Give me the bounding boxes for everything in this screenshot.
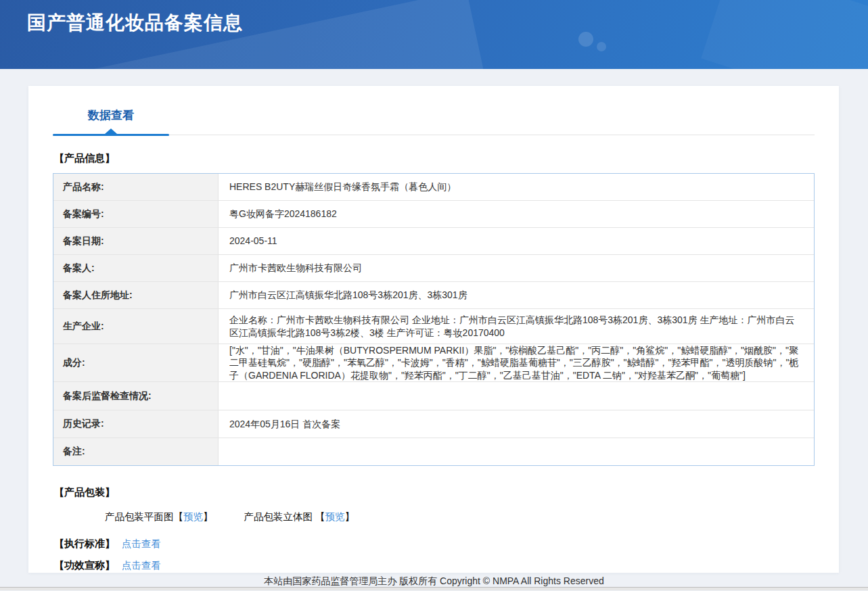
table-row-product-name: 产品名称: HERES B2UTY赫瑞丝假日奇缘香氛手霜（暮色人间） <box>53 174 814 201</box>
row-label: 备案日期: <box>53 228 219 254</box>
efficacy-section-label: 【功效宣称】 <box>54 559 115 571</box>
tab-active-caret-icon <box>105 128 117 134</box>
packaging-3d-preview-link[interactable]: 预览 <box>325 511 345 522</box>
row-value: 企业名称：广州市卡茜欧生物科技有限公司 企业地址：广州市白云区江高镇振华北路10… <box>219 309 814 344</box>
bracket-close: 】 <box>345 511 355 522</box>
row-label: 历史记录: <box>53 410 219 438</box>
table-row-ingredients: 成分: ["水"，"甘油"，"牛油果树（BUTYROSPERMUM PARKII… <box>53 344 814 382</box>
product-info-section-title: 【产品信息】 <box>54 152 815 165</box>
packaging-flat-preview-link[interactable]: 预览 <box>183 511 203 522</box>
row-label: 备注: <box>53 438 219 465</box>
row-label: 备案人住所地址: <box>53 282 219 308</box>
efficacy-section: 【功效宣称】点击查看 <box>54 559 815 572</box>
row-label: 产品名称: <box>53 174 219 200</box>
table-row-registration-number: 备案编号: 粤G妆网备字2024186182 <box>53 201 814 228</box>
footer-copyright: 本站由国家药品监督管理局主办 版权所有 Copyright © NMPA All… <box>0 573 868 587</box>
table-row-history: 历史记录: 2024年05月16日 首次备案 <box>53 410 814 438</box>
tab-active-underline <box>53 134 169 136</box>
tabbar: 数据查看 <box>53 86 815 135</box>
efficacy-view-link[interactable]: 点击查看 <box>122 560 161 571</box>
table-row-manufacturer: 生产企业: 企业名称：广州市卡茜欧生物科技有限公司 企业地址：广州市白云区江高镇… <box>53 309 814 344</box>
table-row-registrant: 备案人: 广州市卡茜欧生物科技有限公司 <box>53 255 814 282</box>
banner-decoration-band-right <box>701 0 868 69</box>
row-value: ["水"，"甘油"，"牛油果树（BUTYROSPERMUM PARKII）果脂"… <box>219 344 814 381</box>
packaging-section-title: 【产品包装】 <box>54 486 815 499</box>
row-value: 2024年05月16日 首次备案 <box>219 410 814 438</box>
product-info-table: 产品名称: HERES B2UTY赫瑞丝假日奇缘香氛手霜（暮色人间） 备案编号:… <box>53 173 815 466</box>
bracket-open: 【 <box>174 511 184 522</box>
content-card: 数据查看 【产品信息】 产品名称: HERES B2UTY赫瑞丝假日奇缘香氛手霜… <box>28 86 839 573</box>
row-value <box>219 438 814 465</box>
row-value: 粤G妆网备字2024186182 <box>219 201 814 227</box>
row-label: 备案编号: <box>53 201 219 227</box>
table-row-registrant-address: 备案人住所地址: 广州市白云区江高镇振华北路108号3栋201房、3栋301房 <box>53 282 814 309</box>
row-value: 2024-05-11 <box>219 228 814 254</box>
row-label: 备案后监督检查情况: <box>53 382 219 410</box>
row-label: 生产企业: <box>53 309 219 344</box>
row-value: HERES B2UTY赫瑞丝假日奇缘香氛手霜（暮色人间） <box>219 174 814 200</box>
table-row-registration-date: 备案日期: 2024-05-11 <box>53 228 814 255</box>
row-label: 备案人: <box>53 255 219 281</box>
standard-view-link[interactable]: 点击查看 <box>122 538 161 549</box>
banner-decoration-dot-small <box>597 42 606 51</box>
tab-data-view-label: 数据查看 <box>88 109 134 122</box>
tab-data-view[interactable]: 数据查看 <box>53 108 169 135</box>
packaging-row: 产品包装平面图【预览】 产品包装立体图 【预览】 <box>105 511 815 523</box>
standard-section-label: 【执行标准】 <box>54 538 115 549</box>
packaging-3d-image-item: 产品包装立体图 【预览】 <box>244 511 355 523</box>
bracket-close: 】 <box>203 511 213 522</box>
row-value <box>219 382 814 410</box>
row-value: 广州市白云区江高镇振华北路108号3栋201房、3栋301房 <box>219 282 814 308</box>
packaging-flat-image-label: 产品包装平面图 <box>105 511 174 522</box>
table-row-supervision-check: 备案后监督检查情况: <box>53 382 814 410</box>
bracket-open: 【 <box>315 511 325 522</box>
standard-section: 【执行标准】点击查看 <box>54 538 815 550</box>
row-value: 广州市卡茜欧生物科技有限公司 <box>219 255 814 281</box>
row-label: 成分: <box>53 344 219 381</box>
banner-decoration-dot-large <box>578 32 593 47</box>
page-header-banner: 国产普通化妆品备案信息 <box>0 0 868 69</box>
packaging-flat-image-item: 产品包装平面图【预览】 <box>105 511 213 523</box>
table-row-remarks: 备注: <box>53 438 814 465</box>
packaging-3d-image-label: 产品包装立体图 <box>244 511 316 522</box>
